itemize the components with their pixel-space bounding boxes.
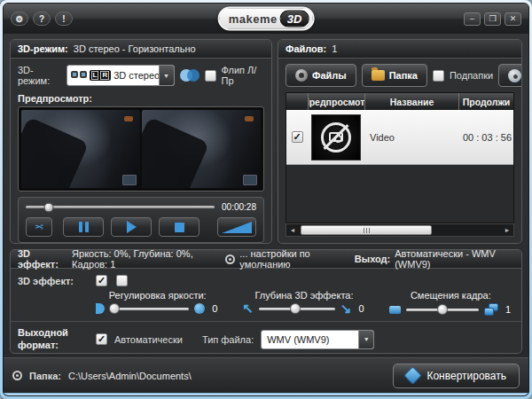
- brightness-slider[interactable]: [110, 308, 189, 310]
- output-label: Выход:: [355, 254, 390, 264]
- flip-lr-checkbox[interactable]: [205, 70, 216, 82]
- frame-shift-max-icon: [484, 303, 498, 316]
- mode-combobox[interactable]: L R 3D стерео ▼: [66, 65, 175, 86]
- depth-min-icon: ↖: [242, 303, 254, 314]
- convert-icon: [403, 366, 422, 385]
- logo-3d-badge: 3D: [280, 11, 309, 27]
- playback-time: 00:00:28: [222, 202, 256, 212]
- scissors-icon: ✂: [35, 221, 43, 233]
- play-button[interactable]: [111, 217, 152, 237]
- frame-shift-thumb[interactable]: [437, 304, 448, 315]
- files-panel-header: Файлов: 1: [278, 40, 521, 59]
- convert-button[interactable]: Конвертировать: [393, 364, 520, 388]
- depth-label: Глубина 3D эффекта:: [254, 290, 353, 301]
- filetype-dropdown-button[interactable]: ▼: [358, 330, 373, 349]
- seek-thumb[interactable]: [43, 202, 53, 212]
- effect-toggle-label: 3D эффект:: [18, 276, 87, 286]
- pause-icon: [79, 222, 89, 232]
- add-folder-button[interactable]: Папка: [362, 64, 427, 87]
- preview-box: [18, 106, 264, 192]
- pause-button[interactable]: [63, 217, 104, 237]
- horizontal-scrollbar[interactable]: ◄ ►: [286, 223, 514, 237]
- window-inner: ⚙ ? ! makeme 3D – ❒ ✕ 3D-режим: 3D стере…: [3, 3, 529, 396]
- effect-checkbox-2[interactable]: [116, 275, 128, 286]
- player-controls: 00:00:28 ✂: [18, 197, 264, 243]
- output-value: Автоматически - WMV (WMV9): [395, 249, 514, 270]
- statusbar: Папка: C:\Users\Admin\Documents\ Конверт…: [4, 357, 528, 393]
- table-row[interactable]: ✓ Video 00 : 03 : 56: [286, 110, 513, 165]
- chevron-down-icon: ▼: [364, 336, 370, 342]
- volume-button[interactable]: [217, 217, 256, 237]
- no-preview-icon: [321, 122, 351, 153]
- 3d-glasses-icon: [71, 71, 87, 80]
- flip-lr-icon: [180, 69, 200, 82]
- output-summary: Выход: Автоматически - WMV (WMV9): [355, 249, 514, 270]
- file-list-table: Предпросмотр Название Продолжи ✓ Video 0…: [286, 92, 514, 223]
- auto-format-checkbox[interactable]: ✓: [96, 333, 107, 345]
- close-icon: ✕: [510, 14, 517, 23]
- frame-shift-slider-group: Смещения кадра: 1: [389, 290, 512, 316]
- logo-text: makeme: [229, 12, 278, 26]
- update-icon: !: [62, 14, 65, 24]
- effects-section: 3D эффект: Яркость: 0%, Глубина: 0%, Кад…: [10, 249, 522, 354]
- scroll-right-icon[interactable]: ►: [501, 227, 513, 233]
- mode-panel: 3D-режим: 3D стерео - Горизонтально 3D-р…: [10, 39, 272, 244]
- transport-buttons: [59, 217, 203, 237]
- effect-checkbox-1[interactable]: ✓: [96, 275, 107, 286]
- app-window: ⚙ ? ! makeme 3D – ❒ ✕ 3D-режим: 3D стере…: [0, 0, 532, 399]
- seek-row: 00:00:28: [26, 202, 256, 212]
- mode-dropdown-button[interactable]: ▼: [159, 65, 174, 86]
- add-files-label: Файлы: [312, 70, 347, 81]
- camera-icon: [329, 132, 343, 142]
- depth-thumb[interactable]: [290, 303, 301, 314]
- column-duration[interactable]: Продолжи: [458, 93, 513, 110]
- sliders-row: Регулировка яркости: 0 Глубина 3D эффект…: [11, 288, 521, 321]
- reset-defaults-icon[interactable]: [225, 254, 235, 264]
- folder-icon: [372, 70, 385, 81]
- filetype-select[interactable]: WMV (WMV9) ▼: [261, 330, 374, 349]
- depth-slider-group: Глубина 3D эффекта: ↖ ↘ 0: [242, 290, 365, 314]
- row-thumbnail: [311, 114, 361, 160]
- add-files-button[interactable]: Файлы: [286, 64, 356, 87]
- preview-frame-right: [142, 110, 261, 188]
- close-button[interactable]: ✕: [505, 12, 521, 26]
- update-button[interactable]: !: [55, 12, 73, 26]
- stop-button[interactable]: [159, 217, 200, 237]
- subfolders-checkbox[interactable]: [433, 70, 444, 82]
- column-checkbox: [286, 93, 308, 110]
- brightness-value: 0: [210, 303, 219, 314]
- folder-info-icon[interactable]: [12, 371, 22, 380]
- watermark-left: [122, 175, 137, 185]
- files-panel: Файлов: 1 Файлы Папка Подпапки: [278, 39, 522, 244]
- table-header: Предпросмотр Название Продолжи: [286, 93, 513, 110]
- help-button[interactable]: ?: [33, 12, 51, 26]
- stop-icon: [175, 223, 184, 232]
- effects-header: 3D эффект: Яркость: 0%, Глубина: 0%, Кад…: [11, 250, 521, 269]
- maximize-button[interactable]: ❒: [484, 12, 501, 26]
- brightness-thumb[interactable]: [109, 303, 120, 314]
- minimize-button[interactable]: –: [464, 12, 481, 26]
- settings-button[interactable]: ⚙: [11, 12, 28, 26]
- effects-header-label: 3D эффект:: [18, 249, 67, 270]
- depth-slider[interactable]: [259, 308, 335, 310]
- effects-header-value: Яркость: 0%, Глубина: 0%, Кадров: 1: [72, 249, 221, 270]
- scrollbar-thumb[interactable]: [301, 225, 432, 235]
- frame-shift-slider[interactable]: [406, 309, 479, 311]
- folder-label: Папка:: [29, 371, 61, 381]
- column-preview[interactable]: Предпросмотр: [308, 93, 364, 110]
- row-checkbox[interactable]: ✓: [292, 131, 303, 143]
- brightness-min-icon: [96, 303, 105, 314]
- film-reel-icon: [295, 69, 308, 82]
- seek-slider[interactable]: [26, 206, 215, 208]
- flip-lr-label: Флип Л/Пр: [222, 65, 264, 86]
- add-dvd-button[interactable]: DVD: [498, 64, 522, 87]
- app-logo: makeme 3D: [218, 7, 315, 31]
- table-empty-area: [286, 165, 513, 223]
- files-header-label: Файлов:: [286, 43, 326, 54]
- snapshot-button[interactable]: ✂: [26, 217, 52, 237]
- defaults-link[interactable]: ... настройки по умолчанию: [239, 249, 349, 270]
- scroll-left-icon[interactable]: ◄: [286, 227, 299, 233]
- column-name[interactable]: Название: [364, 93, 458, 110]
- frame-shift-label: Смещения кадра:: [411, 290, 491, 301]
- brightness-max-icon: [194, 303, 205, 314]
